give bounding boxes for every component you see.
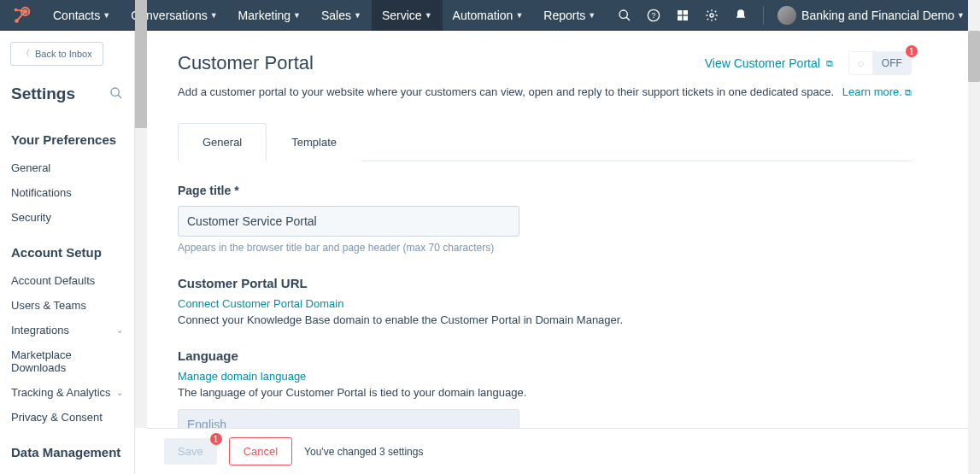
manage-language-link[interactable]: Manage domain language	[178, 370, 912, 383]
search-settings-icon[interactable]	[109, 86, 123, 102]
url-section-desc: Connect your Knowledge Base domain to en…	[178, 313, 912, 326]
portal-toggle[interactable]: 1 ○ OFF	[848, 51, 912, 75]
page-title-help: Appears in the browser title bar and pag…	[178, 242, 912, 254]
topnav-menu: Contacts▼Conversations▼Marketing▼Sales▼S…	[43, 0, 606, 31]
topnav-item-service[interactable]: Service▼	[372, 0, 443, 31]
svg-rect-9	[678, 16, 682, 20]
sidebar-heading: Account Setup	[0, 230, 134, 268]
connect-domain-link[interactable]: Connect Customer Portal Domain	[178, 297, 912, 310]
chevron-down-icon: ▼	[957, 11, 965, 20]
sidebar-heading: Your Preferences	[0, 117, 134, 155]
toggle-badge: 1	[906, 45, 918, 57]
chevron-down-icon: ▼	[103, 11, 110, 20]
page-title-input[interactable]	[178, 206, 519, 237]
back-to-inbox-button[interactable]: 〈 Back to Inbox	[10, 42, 103, 66]
topnav-item-marketing[interactable]: Marketing▼	[228, 0, 311, 31]
account-menu[interactable]: Banking and Financial Demo ▼	[763, 6, 965, 25]
save-button[interactable]: Save 1	[164, 438, 217, 465]
chevron-down-icon: ▼	[210, 11, 218, 20]
chevron-down-icon: ▼	[425, 11, 432, 20]
inner-scrollbar[interactable]	[135, 0, 147, 428]
main-content: Customer Portal View Customer Portal ⧉ 1…	[147, 31, 942, 428]
back-label: Back to Inbox	[35, 49, 92, 59]
page-description: Add a customer portal to your website wh…	[178, 85, 912, 98]
learn-more-link[interactable]: Learn more.⧉	[842, 85, 912, 98]
sidebar-item-properties[interactable]: Properties	[0, 468, 134, 474]
svg-point-12	[111, 88, 119, 96]
hubspot-logo-icon[interactable]	[0, 6, 43, 25]
language-section-desc: The language of your Customer Portal is …	[178, 386, 912, 399]
svg-rect-8	[684, 10, 688, 15]
external-link-icon: ⧉	[826, 58, 833, 69]
sidebar-item-general[interactable]: General	[0, 155, 134, 180]
topnav-item-contacts[interactable]: Contacts▼	[43, 0, 120, 31]
sidebar-item-users-teams[interactable]: Users & Teams	[0, 293, 134, 318]
footer-bar: Save 1 Cancel You've changed 3 settings	[147, 428, 968, 474]
avatar	[778, 6, 796, 25]
topnav-item-automation[interactable]: Automation▼	[443, 0, 534, 31]
sidebar-item-integrations[interactable]: Integrations⌄	[0, 318, 134, 342]
help-icon[interactable]: ?	[647, 9, 660, 22]
tabs: GeneralTemplate	[178, 122, 912, 161]
svg-point-11	[710, 14, 713, 17]
save-badge: 1	[210, 433, 222, 445]
sidebar-item-notifications[interactable]: Notifications	[0, 180, 134, 205]
svg-rect-10	[684, 16, 688, 20]
marketplace-icon[interactable]	[676, 9, 690, 22]
cancel-button[interactable]: Cancel	[229, 437, 292, 465]
external-link-icon: ⧉	[905, 87, 912, 97]
language-section-heading: Language	[178, 348, 912, 363]
changed-text: You've changed 3 settings	[304, 446, 423, 458]
view-customer-portal-link[interactable]: View Customer Portal ⧉	[705, 56, 833, 70]
tab-template[interactable]: Template	[267, 123, 361, 161]
search-icon[interactable]	[618, 9, 631, 22]
settings-heading: Settings	[11, 85, 75, 103]
sidebar-item-security[interactable]: Security	[0, 205, 134, 230]
toggle-handle-icon: ○	[849, 52, 873, 74]
notifications-icon[interactable]	[734, 9, 748, 22]
settings-icon[interactable]	[705, 9, 719, 22]
sidebar-item-marketplace-downloads[interactable]: Marketplace Downloads	[0, 342, 134, 380]
svg-rect-7	[678, 10, 682, 15]
svg-point-4	[619, 10, 627, 18]
language-value: English	[178, 409, 519, 428]
sidebar-item-privacy-consent[interactable]: Privacy & Consent	[0, 405, 134, 430]
sidebar-heading: Data Management	[0, 430, 134, 468]
chevron-down-icon: ▼	[293, 11, 301, 20]
page-title: Customer Portal	[178, 52, 314, 74]
chevron-left-icon: 〈	[21, 48, 30, 60]
topnav-item-reports[interactable]: Reports▼	[533, 0, 606, 31]
topnav-item-sales[interactable]: Sales▼	[311, 0, 372, 31]
chevron-down-icon: ⌄	[116, 388, 123, 397]
page-title-label: Page title *	[178, 184, 912, 197]
toggle-state: OFF	[873, 52, 911, 74]
url-section-heading: Customer Portal URL	[178, 276, 912, 290]
chevron-down-icon: ▼	[354, 11, 361, 20]
top-navigation: Contacts▼Conversations▼Marketing▼Sales▼S…	[0, 0, 980, 31]
svg-text:?: ?	[652, 11, 656, 20]
chevron-down-icon: ▼	[515, 11, 523, 20]
page-scrollbar[interactable]	[968, 0, 980, 474]
chevron-down-icon: ⌄	[116, 325, 123, 335]
sidebar-item-tracking-analytics[interactable]: Tracking & Analytics⌄	[0, 380, 134, 405]
tab-general[interactable]: General	[178, 123, 267, 161]
sidebar: 〈 Back to Inbox Settings Your Preference…	[0, 31, 135, 474]
chevron-down-icon: ▼	[588, 11, 596, 20]
sidebar-item-account-defaults[interactable]: Account Defaults	[0, 268, 134, 293]
account-name: Banking and Financial Demo	[801, 9, 954, 22]
